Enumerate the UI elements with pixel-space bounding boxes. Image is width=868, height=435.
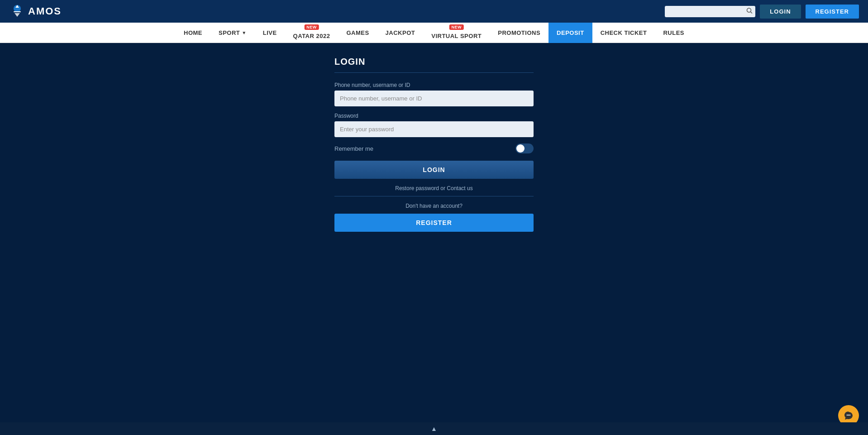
nav-label-jackpot: JACKPOT: [386, 29, 415, 36]
login-top-divider: [334, 72, 534, 73]
form-middle-divider: [334, 196, 534, 196]
chat-icon: [844, 411, 854, 421]
register-form-button[interactable]: REGISTER: [334, 214, 534, 232]
search-icon: [746, 8, 753, 14]
qatar-badge: NEW: [304, 24, 319, 30]
search-box: [665, 6, 755, 17]
nav-label-games: GAMES: [346, 29, 369, 36]
nav-label-live: LIVE: [263, 29, 277, 36]
remember-label: Remember me: [334, 145, 373, 152]
svg-point-7: [848, 415, 849, 416]
login-title: LOGIN: [334, 57, 534, 67]
svg-rect-2: [14, 11, 21, 12]
logo-icon: [9, 3, 25, 19]
nav-label-check-ticket: CHECK TICKET: [601, 29, 647, 36]
nav-item-home[interactable]: HOME: [176, 23, 210, 43]
search-button[interactable]: [746, 8, 753, 15]
svg-marker-3: [14, 13, 20, 17]
restore-password-link[interactable]: Restore password or Contact us: [334, 185, 534, 191]
no-account-text: Don't have an account?: [334, 203, 534, 209]
remember-row: Remember me: [334, 143, 534, 153]
nav-label-home: HOME: [184, 29, 202, 36]
main-content: LOGIN Phone number, username or ID Passw…: [0, 43, 868, 245]
svg-point-4: [747, 8, 751, 12]
nav-item-sport[interactable]: SPORT ▼: [210, 23, 255, 43]
navbar: HOME SPORT ▼ LIVE NEW QATAR 2022 GAMES J…: [0, 23, 868, 43]
nav-label-sport: SPORT: [219, 29, 240, 36]
nav-item-check-ticket[interactable]: CHECK TICKET: [592, 23, 655, 43]
nav-label-virtual-sport: VIRTUAL SPORT: [431, 33, 482, 39]
register-header-button[interactable]: REGISTER: [806, 5, 859, 19]
nav-item-qatar[interactable]: NEW QATAR 2022: [285, 23, 339, 43]
login-container: LOGIN Phone number, username or ID Passw…: [334, 57, 534, 232]
username-label: Phone number, username or ID: [334, 82, 534, 88]
login-header-button[interactable]: LOGIN: [760, 5, 801, 19]
nav-item-games[interactable]: GAMES: [338, 23, 377, 43]
remember-toggle[interactable]: [515, 143, 534, 153]
password-input[interactable]: [334, 121, 534, 137]
toggle-knob: [516, 144, 525, 153]
svg-point-8: [849, 415, 850, 416]
svg-point-6: [847, 415, 848, 416]
logo-text: AMOS: [28, 5, 62, 17]
password-label: Password: [334, 113, 534, 119]
header: AMOS LOGIN REGISTER: [0, 0, 868, 23]
nav-item-live[interactable]: LIVE: [255, 23, 285, 43]
nav-item-jackpot[interactable]: JACKPOT: [377, 23, 424, 43]
svg-line-5: [751, 12, 753, 14]
nav-item-promotions[interactable]: PROMOTIONS: [490, 23, 548, 43]
nav-label-rules: RULES: [663, 29, 684, 36]
nav-item-virtual-sport[interactable]: NEW VIRTUAL SPORT: [423, 23, 490, 43]
nav-label-deposit: DEPOSIT: [557, 29, 584, 36]
footer-up-arrow-icon[interactable]: ▲: [431, 425, 437, 432]
username-input[interactable]: [334, 91, 534, 106]
search-input[interactable]: [665, 6, 755, 17]
sport-chevron-icon: ▼: [242, 30, 246, 35]
footer-bar: ▲: [0, 422, 868, 435]
nav-label-qatar: QATAR 2022: [293, 33, 330, 39]
login-form-button[interactable]: LOGIN: [334, 161, 534, 179]
logo: AMOS: [9, 3, 62, 19]
nav-item-deposit[interactable]: DEPOSIT: [548, 23, 592, 43]
header-right: LOGIN REGISTER: [665, 5, 859, 19]
virtual-badge: NEW: [449, 24, 464, 30]
nav-label-promotions: PROMOTIONS: [498, 29, 540, 36]
nav-item-rules[interactable]: RULES: [655, 23, 692, 43]
